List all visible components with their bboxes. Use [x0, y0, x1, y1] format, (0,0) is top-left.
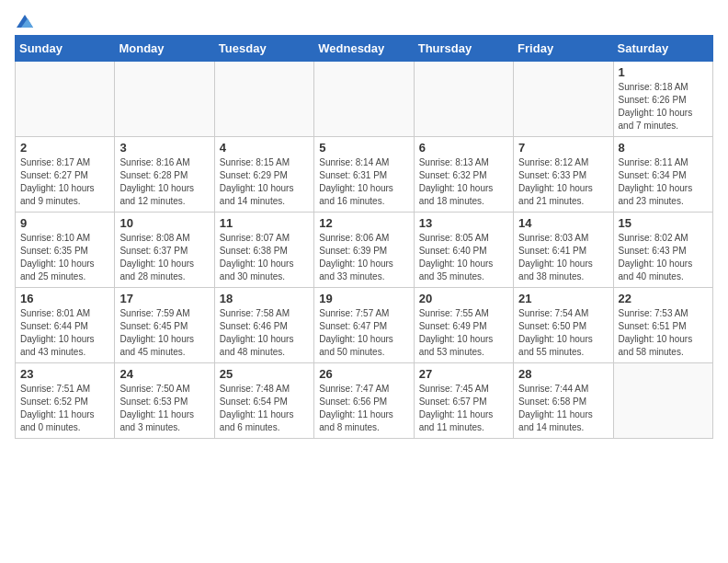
day-info: Sunrise: 8:15 AM Sunset: 6:29 PM Dayligh… [220, 156, 309, 208]
calendar-cell: 12Sunrise: 8:06 AM Sunset: 6:39 PM Dayli… [314, 213, 414, 288]
day-number: 20 [419, 292, 508, 305]
day-number: 22 [619, 292, 708, 305]
day-info: Sunrise: 8:17 AM Sunset: 6:27 PM Dayligh… [20, 156, 109, 208]
calendar-header-monday: Monday [115, 36, 214, 62]
day-info: Sunrise: 8:03 AM Sunset: 6:41 PM Dayligh… [518, 232, 608, 283]
day-info: Sunrise: 8:12 AM Sunset: 6:33 PM Dayligh… [518, 156, 608, 208]
calendar-week-4: 16Sunrise: 8:01 AM Sunset: 6:44 PM Dayli… [16, 288, 713, 363]
day-number: 26 [319, 367, 408, 381]
calendar-cell: 21Sunrise: 7:54 AM Sunset: 6:50 PM Dayli… [514, 288, 613, 363]
day-info: Sunrise: 7:58 AM Sunset: 6:46 PM Dayligh… [220, 307, 309, 359]
calendar-cell [314, 62, 414, 137]
calendar-cell: 23Sunrise: 7:51 AM Sunset: 6:52 PM Dayli… [16, 363, 115, 439]
day-info: Sunrise: 8:06 AM Sunset: 6:39 PM Dayligh… [319, 232, 408, 283]
day-number: 18 [220, 292, 309, 305]
calendar-cell: 19Sunrise: 7:57 AM Sunset: 6:47 PM Dayli… [314, 288, 414, 363]
calendar-cell: 14Sunrise: 8:03 AM Sunset: 6:41 PM Dayli… [514, 213, 613, 288]
calendar-table: SundayMondayTuesdayWednesdayThursdayFrid… [15, 35, 713, 439]
day-number: 4 [220, 141, 309, 155]
day-info: Sunrise: 7:50 AM Sunset: 6:53 PM Dayligh… [119, 383, 209, 434]
calendar-cell: 27Sunrise: 7:45 AM Sunset: 6:57 PM Dayli… [414, 363, 513, 439]
calendar-cell: 9Sunrise: 8:10 AM Sunset: 6:35 PM Daylig… [16, 213, 115, 288]
day-number: 10 [119, 216, 209, 230]
calendar-cell: 22Sunrise: 7:53 AM Sunset: 6:51 PM Dayli… [613, 288, 712, 363]
day-number: 28 [518, 367, 608, 381]
logo-icon [17, 15, 33, 28]
calendar-cell: 13Sunrise: 8:05 AM Sunset: 6:40 PM Dayli… [414, 213, 513, 288]
calendar-week-2: 2Sunrise: 8:17 AM Sunset: 6:27 PM Daylig… [16, 137, 713, 213]
day-info: Sunrise: 7:53 AM Sunset: 6:51 PM Dayligh… [619, 307, 708, 359]
day-info: Sunrise: 8:13 AM Sunset: 6:32 PM Dayligh… [419, 156, 508, 208]
calendar-cell: 26Sunrise: 7:47 AM Sunset: 6:56 PM Dayli… [314, 363, 414, 439]
day-number: 24 [119, 367, 209, 381]
calendar-header-friday: Friday [514, 36, 613, 62]
day-info: Sunrise: 7:51 AM Sunset: 6:52 PM Dayligh… [20, 383, 109, 434]
day-number: 7 [518, 141, 608, 155]
calendar-cell: 18Sunrise: 7:58 AM Sunset: 6:46 PM Dayli… [214, 288, 313, 363]
day-info: Sunrise: 8:07 AM Sunset: 6:38 PM Dayligh… [220, 232, 309, 283]
day-number: 15 [619, 216, 708, 230]
calendar-week-3: 9Sunrise: 8:10 AM Sunset: 6:35 PM Daylig… [16, 213, 713, 288]
day-number: 3 [119, 141, 209, 155]
day-number: 5 [319, 141, 408, 155]
day-info: Sunrise: 7:45 AM Sunset: 6:57 PM Dayligh… [419, 383, 508, 434]
day-number: 25 [220, 367, 309, 381]
day-number: 27 [419, 367, 508, 381]
calendar-cell [16, 62, 115, 137]
day-number: 19 [319, 292, 408, 305]
calendar-cell: 2Sunrise: 8:17 AM Sunset: 6:27 PM Daylig… [16, 137, 115, 213]
calendar-cell [214, 62, 313, 137]
day-info: Sunrise: 8:14 AM Sunset: 6:31 PM Dayligh… [319, 156, 408, 208]
calendar-cell: 16Sunrise: 8:01 AM Sunset: 6:44 PM Dayli… [16, 288, 115, 363]
day-number: 17 [119, 292, 209, 305]
calendar-header-wednesday: Wednesday [314, 36, 414, 62]
calendar-cell: 11Sunrise: 8:07 AM Sunset: 6:38 PM Dayli… [214, 213, 313, 288]
logo [15, 15, 33, 28]
day-number: 11 [220, 216, 309, 230]
calendar-cell: 7Sunrise: 8:12 AM Sunset: 6:33 PM Daylig… [514, 137, 613, 213]
day-info: Sunrise: 7:48 AM Sunset: 6:54 PM Dayligh… [220, 383, 309, 434]
day-info: Sunrise: 8:10 AM Sunset: 6:35 PM Dayligh… [20, 232, 109, 283]
day-info: Sunrise: 8:02 AM Sunset: 6:43 PM Dayligh… [619, 232, 708, 283]
calendar-cell: 5Sunrise: 8:14 AM Sunset: 6:31 PM Daylig… [314, 137, 414, 213]
day-number: 1 [619, 65, 708, 79]
day-info: Sunrise: 8:01 AM Sunset: 6:44 PM Dayligh… [20, 307, 109, 359]
calendar-cell: 3Sunrise: 8:16 AM Sunset: 6:28 PM Daylig… [115, 137, 214, 213]
calendar-cell: 1Sunrise: 8:18 AM Sunset: 6:26 PM Daylig… [613, 62, 712, 137]
calendar-header-tuesday: Tuesday [214, 36, 313, 62]
calendar-header-saturday: Saturday [613, 36, 712, 62]
day-info: Sunrise: 8:08 AM Sunset: 6:37 PM Dayligh… [119, 232, 209, 283]
day-number: 21 [518, 292, 608, 305]
day-info: Sunrise: 8:18 AM Sunset: 6:26 PM Dayligh… [619, 81, 708, 132]
day-info: Sunrise: 7:57 AM Sunset: 6:47 PM Dayligh… [319, 307, 408, 359]
calendar-cell: 17Sunrise: 7:59 AM Sunset: 6:45 PM Dayli… [115, 288, 214, 363]
day-info: Sunrise: 8:11 AM Sunset: 6:34 PM Dayligh… [619, 156, 708, 208]
day-number: 13 [419, 216, 508, 230]
calendar-cell [514, 62, 613, 137]
calendar-cell [115, 62, 214, 137]
calendar-header-thursday: Thursday [414, 36, 513, 62]
day-info: Sunrise: 7:59 AM Sunset: 6:45 PM Dayligh… [119, 307, 209, 359]
calendar-header-row: SundayMondayTuesdayWednesdayThursdayFrid… [16, 36, 713, 62]
day-number: 16 [20, 292, 109, 305]
page-header [15, 15, 713, 28]
calendar-week-1: 1Sunrise: 8:18 AM Sunset: 6:26 PM Daylig… [16, 62, 713, 137]
day-number: 8 [619, 141, 708, 155]
day-info: Sunrise: 7:44 AM Sunset: 6:58 PM Dayligh… [518, 383, 608, 434]
day-info: Sunrise: 7:54 AM Sunset: 6:50 PM Dayligh… [518, 307, 608, 359]
calendar-cell: 4Sunrise: 8:15 AM Sunset: 6:29 PM Daylig… [214, 137, 313, 213]
day-number: 12 [319, 216, 408, 230]
calendar-cell: 28Sunrise: 7:44 AM Sunset: 6:58 PM Dayli… [514, 363, 613, 439]
day-number: 6 [419, 141, 508, 155]
calendar-cell [414, 62, 513, 137]
calendar-cell [613, 363, 712, 439]
calendar-cell: 15Sunrise: 8:02 AM Sunset: 6:43 PM Dayli… [613, 213, 712, 288]
calendar-cell: 25Sunrise: 7:48 AM Sunset: 6:54 PM Dayli… [214, 363, 313, 439]
calendar-cell: 20Sunrise: 7:55 AM Sunset: 6:49 PM Dayli… [414, 288, 513, 363]
calendar-week-5: 23Sunrise: 7:51 AM Sunset: 6:52 PM Dayli… [16, 363, 713, 439]
calendar-cell: 10Sunrise: 8:08 AM Sunset: 6:37 PM Dayli… [115, 213, 214, 288]
day-info: Sunrise: 8:05 AM Sunset: 6:40 PM Dayligh… [419, 232, 508, 283]
day-info: Sunrise: 8:16 AM Sunset: 6:28 PM Dayligh… [119, 156, 209, 208]
calendar-cell: 6Sunrise: 8:13 AM Sunset: 6:32 PM Daylig… [414, 137, 513, 213]
day-number: 9 [20, 216, 109, 230]
